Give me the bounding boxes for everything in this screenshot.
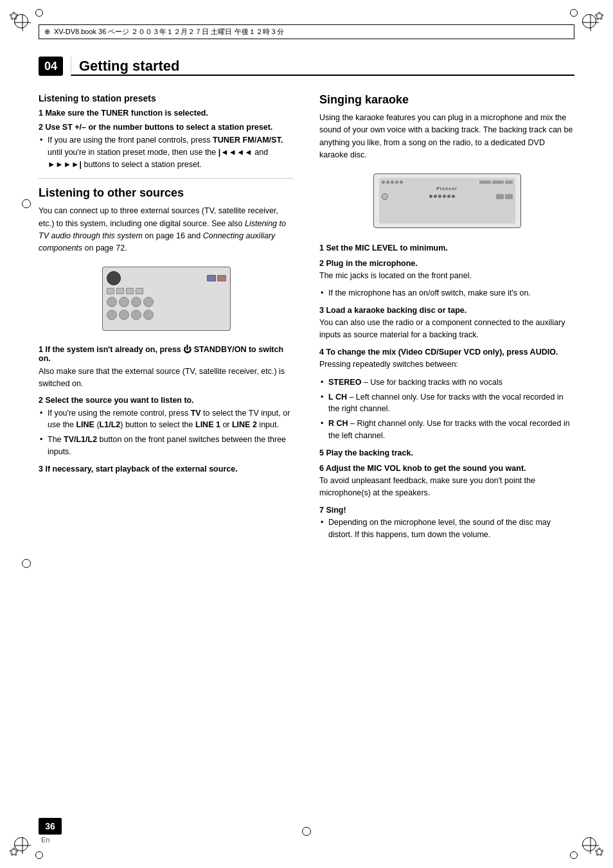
bullet-station-1: If you are using the front panel control… (48, 134, 294, 170)
file-info-bar: ⊕ XV-DV8.book 36 ページ ２００３年１２月２７日 土曜日 午後１… (39, 24, 574, 39)
karaoke-step2: 2 Plug in the microphone. (319, 259, 574, 268)
karaoke-bullet4b: L CH – Left channel only. Use for tracks… (328, 391, 574, 416)
bullet-sources-2b: The TV/L1/L2 button on the front panel s… (48, 434, 294, 458)
main-content: Listening to station presets 1 Make sure… (39, 93, 574, 817)
karaoke-step2-detail: The mic jacks is located on the front pa… (319, 270, 574, 282)
karaoke-step3: 3 Load a karaoke backing disc or tape. (319, 306, 574, 315)
step3-sources: 3 If necessary, start playback of the ex… (39, 465, 294, 474)
karaoke-step1: 1 Set the MIC LEVEL to minimum. (319, 244, 574, 252)
other-sources-section: Listening to other sources You can conne… (39, 186, 294, 473)
karaoke-step7: 7 Sing! (319, 506, 574, 515)
karaoke-bullet4c: R CH – Right channel only. Use for track… (328, 418, 574, 442)
file-info-text: XV-DV8.book 36 ページ ２００３年１２月２７日 土曜日 午後１２時… (54, 27, 284, 37)
step2-station: 2 Use ST +/– or the number buttons to se… (39, 123, 294, 132)
step1-sources-detail: Also make sure that the external source … (39, 366, 294, 391)
karaoke-step6-detail: To avoid unpleasant feedback, make sure … (319, 475, 574, 500)
front-panel-image (102, 267, 231, 331)
bullet-sources-2a: If you're using the remote control, pres… (48, 407, 294, 432)
karaoke-step4: 4 To change the mix (Video CD/Super VCD … (319, 348, 574, 357)
karaoke-title: Singing karaoke (319, 93, 574, 107)
step1-sources: 1 If the system isn't already on, press … (39, 345, 294, 363)
karaoke-bullet7: Depending on the microphone level, the s… (328, 517, 574, 541)
chapter-number: 04 (39, 57, 63, 76)
step1-station: 1 Make sure the TUNER function is select… (39, 109, 294, 118)
chapter-header: 04 Getting started (39, 57, 574, 76)
karaoke-step5: 5 Play the backing track. (319, 448, 574, 457)
karaoke-step4-detail: Pressing repeatedly switches between: (319, 359, 574, 371)
karaoke-bullet2: If the microphone has an on/off switch, … (328, 287, 574, 299)
station-presets-section: Listening to station presets 1 Make sure… (39, 93, 294, 170)
divider-1 (39, 178, 294, 179)
other-sources-title: Listening to other sources (39, 186, 294, 200)
karaoke-step6: 6 Adjust the MIC VOL knob to get the sou… (319, 464, 574, 473)
station-presets-title: Listening to station presets (39, 93, 294, 103)
karaoke-step3-detail: You can also use the radio or a componen… (319, 317, 574, 342)
page-number: 36 (39, 818, 62, 835)
left-column: Listening to station presets 1 Make sure… (39, 93, 301, 817)
step2-sources: 2 Select the source you want to listen t… (39, 396, 294, 405)
chapter-title: Getting started (71, 57, 574, 76)
page-number-area: 36 En (39, 818, 62, 844)
page-lang: En (41, 836, 49, 844)
karaoke-intro: Using the karaoke features you can plug … (319, 112, 574, 162)
other-sources-intro: You can connect up to three external sou… (39, 205, 294, 255)
karaoke-device-image: Pioneer (373, 173, 521, 228)
karaoke-bullet4a: STEREO – Use for backing tracks with no … (328, 376, 574, 389)
karaoke-section: Singing karaoke Using the karaoke featur… (319, 93, 574, 541)
right-column: Singing karaoke Using the karaoke featur… (317, 93, 574, 817)
